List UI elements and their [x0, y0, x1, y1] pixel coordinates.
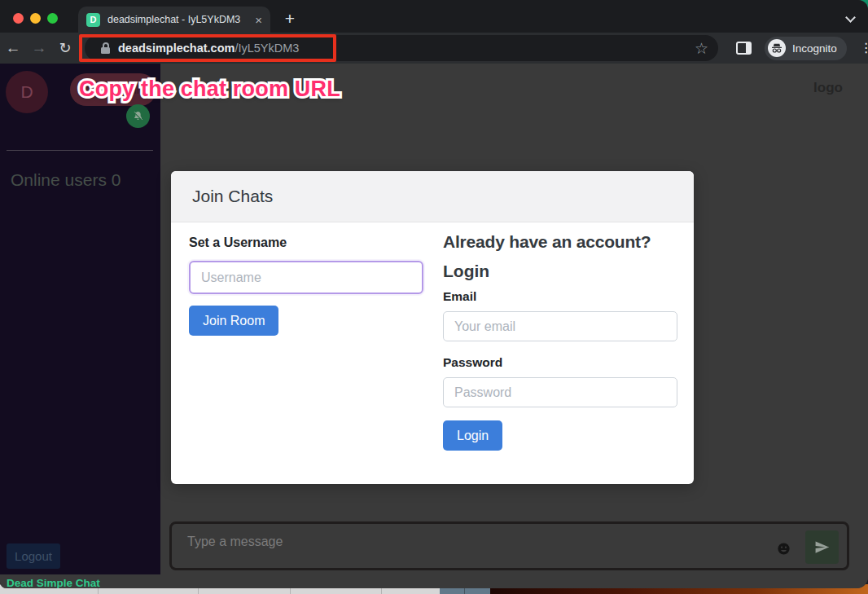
- close-window-button[interactable]: [13, 13, 24, 24]
- incognito-icon: [768, 39, 786, 57]
- sidebar-divider: [7, 150, 153, 151]
- modal-body: Set a Username Join Room Already have an…: [171, 222, 694, 483]
- tab-close-icon[interactable]: ×: [255, 14, 262, 26]
- join-room-button[interactable]: Join Room: [189, 306, 278, 336]
- incognito-badge: Incognito: [765, 37, 847, 60]
- tab-favicon: D: [86, 13, 100, 27]
- send-message-button[interactable]: [805, 530, 839, 564]
- username-input[interactable]: [189, 261, 423, 294]
- email-input[interactable]: [443, 311, 677, 341]
- back-button[interactable]: ←: [0, 39, 26, 57]
- brand-footer-label: Dead Simple Chat: [7, 577, 100, 588]
- reload-button[interactable]: ↻: [52, 39, 78, 57]
- page-logo: logo: [813, 80, 843, 96]
- bell-slash-icon: [132, 110, 144, 122]
- username-label: Set a Username: [189, 235, 432, 250]
- paper-plane-icon: [814, 539, 830, 555]
- chat-sidebar: D Claim Profile Online users 0 Logout: [0, 64, 160, 574]
- maximize-window-button[interactable]: [47, 13, 58, 24]
- message-input[interactable]: [172, 524, 847, 568]
- forward-button[interactable]: →: [26, 39, 52, 57]
- login-form: Already have an account? Login Email Pas…: [443, 232, 677, 451]
- minimize-window-button[interactable]: [30, 13, 41, 24]
- side-panel-icon[interactable]: [736, 42, 752, 55]
- join-form: Set a Username Join Room: [189, 235, 432, 336]
- new-tab-button[interactable]: +: [278, 7, 301, 30]
- annotation-callout: Copy the chat room URL Copy the chat roo…: [79, 77, 340, 102]
- modal-header: Join Chats: [171, 171, 694, 222]
- annotation-highlight-rect: [79, 34, 336, 62]
- account-heading: Already have an account?: [443, 232, 677, 252]
- login-button[interactable]: Login: [443, 420, 502, 451]
- join-chats-modal: Join Chats Set a Username Join Room Alre…: [171, 171, 694, 484]
- tab-search-chevron-icon[interactable]: [845, 12, 856, 23]
- user-avatar[interactable]: D: [6, 71, 48, 113]
- tab-deadsimplechat[interactable]: D deadsimplechat - IyL5YkDM3 ×: [78, 7, 270, 33]
- bookmark-star-icon[interactable]: ☆: [695, 41, 708, 56]
- browser-menu-icon[interactable]: ⋮: [860, 46, 868, 51]
- logout-button[interactable]: Logout: [7, 543, 60, 569]
- email-label: Email: [443, 289, 677, 304]
- password-input[interactable]: [443, 377, 677, 407]
- modal-title: Join Chats: [192, 187, 273, 206]
- mute-notifications-button[interactable]: [126, 104, 150, 128]
- annotation-text: Copy the chat room URL: [79, 77, 340, 101]
- message-composer: [169, 521, 849, 570]
- tab-strip: D deadsimplechat - IyL5YkDM3 × +: [0, 0, 868, 33]
- login-heading: Login: [443, 262, 677, 281]
- screenshot-stage: D deadsimplechat - IyL5YkDM3 × + ← → ↻ d…: [0, 0, 868, 594]
- tab-title: deadsimplechat - IyL5YkDM3: [107, 14, 250, 25]
- incognito-label: Incognito: [792, 42, 837, 55]
- page-content: D Claim Profile Online users 0 Logout De…: [0, 64, 868, 588]
- password-label: Password: [443, 355, 677, 370]
- online-users-count: Online users 0: [11, 170, 121, 190]
- emoji-picker-icon[interactable]: [777, 542, 791, 556]
